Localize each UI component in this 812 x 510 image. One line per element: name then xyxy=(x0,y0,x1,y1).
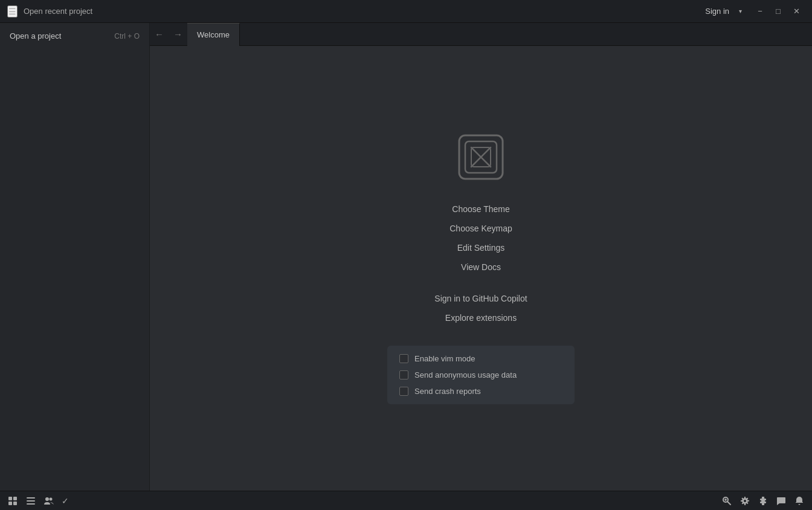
send-crash-reports-label: Send crash reports xyxy=(414,387,481,396)
check-icon[interactable]: ✓ xyxy=(59,496,71,506)
choose-theme-button[interactable]: Choose Theme xyxy=(420,199,541,219)
title-bar-right: Sign in ▾ − □ ✕ xyxy=(700,3,805,20)
people-icon xyxy=(44,496,54,506)
sign-in-button[interactable]: Sign in xyxy=(700,4,734,18)
forward-button[interactable]: → xyxy=(169,23,187,46)
open-project-item[interactable]: Open a project Ctrl + O xyxy=(0,28,149,44)
edit-settings-button[interactable]: Edit Settings xyxy=(420,238,541,257)
chat-status-icon-button[interactable] xyxy=(773,493,789,509)
send-anonymous-data-item[interactable]: Send anonymous usage data xyxy=(399,370,562,379)
svg-rect-6 xyxy=(13,502,17,505)
back-button[interactable]: ← xyxy=(150,23,169,46)
list-icon xyxy=(26,496,36,506)
explore-extensions-button[interactable]: Explore extensions xyxy=(420,308,541,328)
enable-vim-mode-item[interactable]: Enable vim mode xyxy=(399,354,562,363)
svg-line-13 xyxy=(728,502,731,505)
svg-rect-9 xyxy=(27,503,35,505)
choose-keymap-button[interactable]: Choose Keymap xyxy=(420,219,541,238)
send-anonymous-data-label: Send anonymous usage data xyxy=(414,370,517,379)
grid-icon xyxy=(8,496,18,506)
settings-status-icon-button[interactable] xyxy=(737,493,753,509)
sign-in-dropdown-button[interactable]: ▾ xyxy=(736,5,744,17)
svg-rect-7 xyxy=(27,497,35,499)
sign-in-github-copilot-button[interactable]: Sign in to GitHub Copilot xyxy=(420,289,541,308)
title-bar-title: Open recent project xyxy=(24,7,92,16)
enable-vim-mode-label: Enable vim mode xyxy=(414,354,475,363)
chat-status-icon xyxy=(776,496,786,506)
svg-rect-3 xyxy=(8,497,12,500)
welcome-content: Choose Theme Choose Keymap Edit Settings… xyxy=(150,46,812,491)
bell-status-icon-button[interactable] xyxy=(791,493,807,509)
open-project-shortcut: Ctrl + O xyxy=(114,32,140,40)
svg-point-11 xyxy=(50,497,53,500)
title-bar: ☰ Open recent project Sign in ▾ − □ ✕ xyxy=(0,0,812,23)
send-crash-reports-item[interactable]: Send crash reports xyxy=(399,387,562,396)
send-crash-reports-checkbox[interactable] xyxy=(399,387,408,396)
grid-icon-button[interactable] xyxy=(5,493,21,509)
svg-rect-4 xyxy=(13,497,17,500)
bell-status-icon xyxy=(794,496,804,506)
plugin-status-icon xyxy=(758,496,768,506)
people-icon-button[interactable] xyxy=(41,493,57,509)
plugin-status-icon-button[interactable] xyxy=(755,493,771,509)
status-bar: ✓ xyxy=(0,491,812,510)
svg-rect-8 xyxy=(27,500,35,502)
svg-point-10 xyxy=(45,497,49,501)
title-bar-left: ☰ Open recent project xyxy=(7,5,92,18)
search-status-icon-button[interactable] xyxy=(719,493,735,509)
maximize-button[interactable]: □ xyxy=(770,3,787,20)
window-controls: − □ ✕ xyxy=(752,3,805,20)
send-anonymous-data-checkbox[interactable] xyxy=(399,370,408,379)
open-project-label: Open a project xyxy=(10,31,61,40)
minimize-button[interactable]: − xyxy=(752,3,768,20)
enable-vim-mode-checkbox[interactable] xyxy=(399,354,408,363)
svg-rect-5 xyxy=(8,502,12,505)
welcome-tab[interactable]: Welcome xyxy=(187,23,240,46)
menu-links: Choose Theme Choose Keymap Edit Settings… xyxy=(420,199,541,328)
checkboxes-panel: Enable vim mode Send anonymous usage dat… xyxy=(387,346,575,404)
status-bar-right xyxy=(719,493,807,509)
list-icon-button[interactable] xyxy=(23,493,39,509)
status-bar-left: ✓ xyxy=(5,493,71,509)
tab-bar: ← → Welcome xyxy=(150,23,812,46)
content-area: ← → Welcome Choose Theme Choose Keymap E… xyxy=(150,23,812,491)
settings-status-icon xyxy=(740,496,750,506)
welcome-tab-label: Welcome xyxy=(197,30,230,39)
hamburger-button[interactable]: ☰ xyxy=(7,5,18,18)
close-button[interactable]: ✕ xyxy=(788,3,805,20)
view-docs-button[interactable]: View Docs xyxy=(420,257,541,277)
main-layout: Open a project Ctrl + O ← → Welcome C xyxy=(0,23,812,491)
sidebar: Open a project Ctrl + O xyxy=(0,23,150,491)
search-status-icon xyxy=(722,496,732,506)
zed-logo xyxy=(457,133,505,181)
